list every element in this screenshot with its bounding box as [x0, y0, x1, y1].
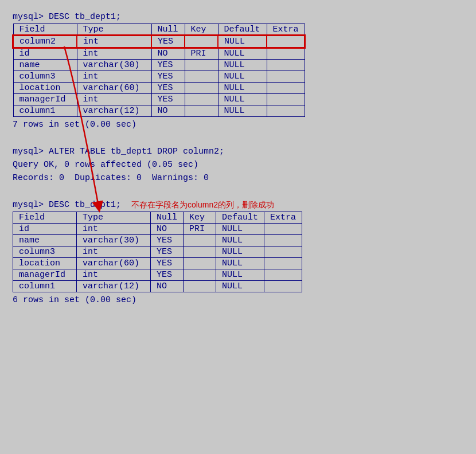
cell-key	[185, 60, 218, 71]
cell-null: YES	[151, 246, 184, 258]
cell-key: PRI	[184, 224, 216, 235]
cell-key	[185, 94, 218, 105]
cell-extra	[267, 105, 305, 117]
blank1	[13, 132, 463, 145]
cell-default: NULL	[218, 83, 267, 94]
cell-null: YES	[151, 235, 184, 246]
cell-key	[184, 281, 216, 292]
table1: Field Type Null Key Default Extra column…	[13, 24, 305, 117]
cell-field: name	[13, 60, 77, 71]
table2-header: Field Type Null Key Default Extra	[13, 212, 302, 224]
cell-null: NO	[151, 281, 184, 292]
cmd1-line: mysql> DESC tb_dept1;	[13, 10, 463, 24]
cell-default: NULL	[218, 71, 267, 83]
cell-field: column3	[13, 246, 77, 258]
cell-null: YES	[151, 60, 185, 71]
col-null: Null	[151, 24, 185, 36]
cell-extra	[267, 36, 305, 48]
cell-extra	[264, 258, 302, 269]
cell-key	[184, 246, 216, 258]
table2-summary: 6 rows in set (0.00 sec)	[13, 293, 463, 307]
cell-type: int	[77, 246, 151, 258]
cmd3-comment: 不存在字段名为column2的列，删除成功	[131, 199, 274, 212]
cell-field: column1	[13, 281, 77, 292]
col-key: Key	[185, 24, 218, 36]
cell-type: varchar(60)	[77, 258, 151, 269]
cell-field: managerId	[13, 94, 77, 105]
cell-key	[184, 258, 216, 269]
table1-row-id: id int NO PRI NULL	[13, 48, 305, 60]
cell-default: NULL	[218, 60, 267, 71]
table1-row-column2: column2 int YES NULL	[13, 36, 305, 48]
cmd3-prefix: mysql> DESC tb_dept1;	[13, 198, 121, 212]
output2-2: Records: 0 Duplicates: 0 Warnings: 0	[13, 171, 463, 185]
table2-wrapper: Field Type Null Key Default Extra id int…	[13, 212, 463, 292]
cell-type: varchar(60)	[77, 83, 151, 94]
cell-extra	[267, 94, 305, 105]
table2-row-name: name varchar(30) YES NULL	[13, 235, 302, 246]
cell-null: NO	[151, 105, 185, 117]
terminal-window: mysql> DESC tb_dept1; Field Type Null Ke…	[6, 6, 470, 311]
table2-row-id: id int NO PRI NULL	[13, 224, 302, 235]
cmd3-line-wrapper: mysql> DESC tb_dept1; 不存在字段名为column2的列，删…	[13, 198, 463, 212]
output2-1: Query OK, 0 rows affected (0.05 sec)	[13, 158, 463, 171]
cell-default: NULL	[216, 224, 264, 235]
cell-default: NULL	[216, 258, 264, 269]
col-type: Type	[77, 24, 151, 36]
cell-default: NULL	[216, 246, 264, 258]
col-default: Default	[218, 24, 267, 36]
col-default: Default	[216, 212, 264, 224]
col-field: Field	[13, 24, 77, 36]
cell-type: varchar(30)	[77, 235, 151, 246]
cmd2-line: mysql> ALTER TABLE tb_dept1 DROP column2…	[13, 145, 463, 158]
table1-row-name: name varchar(30) YES NULL	[13, 60, 305, 71]
cell-type: varchar(12)	[77, 281, 151, 292]
table1-row-managerid: managerId int YES NULL	[13, 94, 305, 105]
col-extra: Extra	[267, 24, 305, 36]
cell-type: int	[77, 269, 151, 281]
cell-null: YES	[151, 258, 184, 269]
table2-row-managerid: managerId int YES NULL	[13, 269, 302, 281]
cell-type: int	[77, 224, 151, 235]
cell-type: int	[77, 36, 151, 48]
cell-key: PRI	[185, 48, 218, 60]
table1-row-location: location varchar(60) YES NULL	[13, 83, 305, 94]
cell-type: varchar(30)	[77, 60, 151, 71]
cell-null: YES	[151, 269, 184, 281]
cell-null: YES	[151, 36, 185, 48]
cell-extra	[264, 281, 302, 292]
cell-default: NULL	[218, 94, 267, 105]
cell-extra	[264, 269, 302, 281]
cell-type: int	[77, 71, 151, 83]
blank2	[13, 185, 463, 198]
cell-null: NO	[151, 224, 184, 235]
cell-field: location	[13, 83, 77, 94]
cell-default: NULL	[216, 269, 264, 281]
cell-type: int	[77, 48, 151, 60]
cell-default: NULL	[216, 281, 264, 292]
cell-type: varchar(12)	[77, 105, 151, 117]
cell-key	[184, 269, 216, 281]
table2-row-column1: column1 varchar(12) NO NULL	[13, 281, 302, 292]
table1-row-column3: column3 int YES NULL	[13, 71, 305, 83]
cell-null: YES	[151, 83, 185, 94]
col-type: Type	[77, 212, 151, 224]
cell-extra	[267, 83, 305, 94]
cell-default: NULL	[218, 48, 267, 60]
cell-field: managerId	[13, 269, 77, 281]
cell-null: YES	[151, 94, 185, 105]
cell-extra	[267, 71, 305, 83]
cell-null: NO	[151, 48, 185, 60]
cell-field: id	[13, 224, 77, 235]
cell-field: column3	[13, 71, 77, 83]
col-null: Null	[151, 212, 184, 224]
table2: Field Type Null Key Default Extra id int…	[13, 212, 302, 292]
cell-field: location	[13, 258, 77, 269]
cell-extra	[264, 235, 302, 246]
table1-row-column1: column1 varchar(12) NO NULL	[13, 105, 305, 117]
table2-row-column3: column3 int YES NULL	[13, 246, 302, 258]
table1-wrapper: Field Type Null Key Default Extra column…	[13, 24, 463, 117]
cell-extra	[267, 60, 305, 71]
cell-default: NULL	[218, 105, 267, 117]
cell-key	[185, 83, 218, 94]
